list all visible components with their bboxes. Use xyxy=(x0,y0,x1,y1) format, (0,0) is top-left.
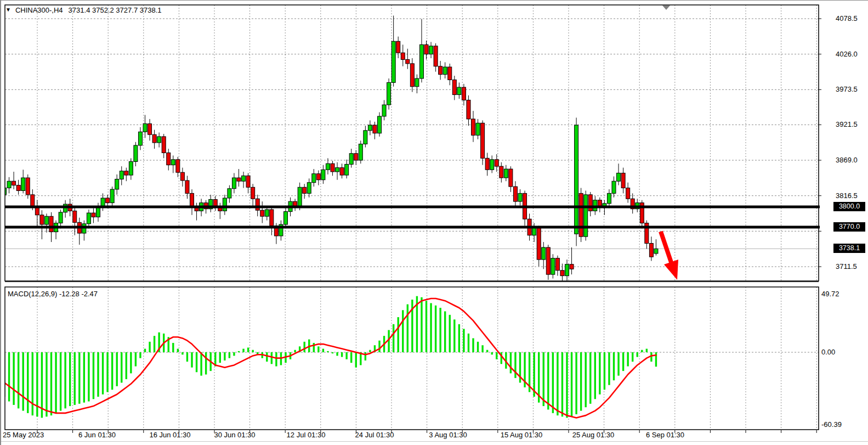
bear-candle xyxy=(16,185,20,191)
bull-candle xyxy=(298,187,302,207)
bull-candle xyxy=(21,178,25,190)
macd-histogram-bar xyxy=(402,310,404,352)
macd-histogram-bar xyxy=(64,352,66,408)
macd-axis-label: 49.72 xyxy=(821,290,839,298)
macd-histogram-bar xyxy=(233,352,235,356)
macd-histogram-bar xyxy=(407,305,409,352)
macd-histogram-bar xyxy=(294,350,296,352)
horizontal-level-line[interactable] xyxy=(5,206,820,209)
bear-candle xyxy=(246,176,250,187)
chart-shift-marker-icon[interactable] xyxy=(662,5,670,10)
bear-candle xyxy=(340,168,344,176)
macd-histogram-bar xyxy=(224,352,225,360)
price-axis-label: 3869.0 xyxy=(836,156,858,164)
chart-canvas[interactable] xyxy=(1,1,868,445)
triangle-down-icon[interactable]: ▼ xyxy=(5,6,11,14)
bear-candle xyxy=(513,187,517,201)
red-arrow-head[interactable] xyxy=(664,260,678,280)
bull-candle xyxy=(110,189,114,203)
macd-histogram-bar xyxy=(365,352,366,360)
candlestick-series[interactable] xyxy=(3,15,658,282)
macd-histogram-bar xyxy=(421,297,422,352)
macd-histogram-bar xyxy=(599,352,600,395)
bull-candle xyxy=(476,123,480,135)
macd-histogram-bar xyxy=(332,352,333,353)
bear-candle xyxy=(31,195,35,206)
horizontal-level-line[interactable] xyxy=(5,226,820,228)
bear-candle xyxy=(570,264,574,269)
bear-candle xyxy=(354,154,358,160)
macd-histogram-bar xyxy=(191,352,192,368)
macd-histogram-bar xyxy=(186,352,188,362)
macd-histogram-bar xyxy=(655,352,657,367)
bear-candle xyxy=(49,216,53,232)
macd-histogram-bar xyxy=(637,352,638,357)
macd-histogram-bar xyxy=(32,352,33,415)
macd-histogram-bar xyxy=(144,349,146,352)
bear-candle xyxy=(621,173,625,188)
macd-histogram-bar xyxy=(477,342,479,352)
bear-candle xyxy=(213,199,217,206)
bear-candle xyxy=(176,160,180,172)
bear-candle xyxy=(481,123,485,158)
trading-chart-window: ▼ CHINA300-,H4 3731.4 3752.2 3727.7 3738… xyxy=(0,0,868,445)
time-axis-label: 25 Aug 01:30 xyxy=(572,431,615,439)
bull-candle xyxy=(575,125,578,234)
macd-axis-label: 0.00 xyxy=(821,348,835,356)
macd-histogram-bar xyxy=(121,352,122,382)
macd-histogram-bar xyxy=(449,315,451,352)
red-arrow-shaft[interactable] xyxy=(661,232,671,262)
bull-candle xyxy=(490,160,494,170)
macd-histogram-bar xyxy=(566,352,568,418)
time-axis-label: 25 May 2023 xyxy=(3,431,44,439)
macd-histogram-bar xyxy=(22,352,24,411)
bull-candle xyxy=(242,176,246,181)
macd-histogram-bar xyxy=(632,352,633,362)
bull-candle xyxy=(326,164,330,170)
ohlc-values: 3731.4 3752.2 3727.7 3738.1 xyxy=(69,6,162,14)
macd-histogram xyxy=(3,296,657,418)
macd-histogram-bar xyxy=(238,351,240,352)
macd-histogram-bar xyxy=(627,352,628,367)
bear-candle xyxy=(410,64,414,87)
price-badge-3800.0: 3800.0 xyxy=(833,202,865,211)
bull-candle xyxy=(171,160,175,165)
macd-histogram-bar xyxy=(102,352,104,395)
macd-histogram-bar xyxy=(622,352,624,371)
macd-histogram-bar xyxy=(486,350,488,352)
macd-histogram-bar xyxy=(552,352,554,413)
macd-histogram-bar xyxy=(557,352,558,415)
macd-histogram-bar xyxy=(444,311,446,352)
macd-histogram-bar xyxy=(327,351,328,352)
bear-candle xyxy=(396,41,400,53)
macd-histogram-bar xyxy=(135,352,137,367)
bull-candle xyxy=(382,105,386,116)
bull-candle xyxy=(617,173,621,181)
macd-histogram-bar xyxy=(575,352,577,414)
price-badge-3770.0: 3770.0 xyxy=(833,222,865,232)
bull-candle xyxy=(157,137,161,143)
bear-candle xyxy=(500,166,503,178)
bear-candle xyxy=(537,227,541,260)
bull-candle xyxy=(368,125,372,131)
bear-candle xyxy=(106,198,110,203)
bull-candle xyxy=(336,168,339,172)
bull-candle xyxy=(134,145,138,162)
macd-histogram-bar xyxy=(27,352,29,413)
macd-histogram-bar xyxy=(580,352,582,411)
bull-candle xyxy=(3,188,7,195)
bear-candle xyxy=(303,187,307,193)
macd-histogram-bar xyxy=(430,303,432,352)
bull-candle xyxy=(284,212,288,224)
macd-histogram-bar xyxy=(93,352,94,399)
bull-candle xyxy=(321,170,325,179)
bear-candle xyxy=(73,211,77,222)
price-axis-label: 3973.5 xyxy=(836,86,858,93)
price-badge-3738.1: 3738.1 xyxy=(833,244,865,253)
price-axis-label: 3921.5 xyxy=(836,121,858,128)
macd-histogram-bar xyxy=(496,352,497,359)
time-axis-label: 3 Aug 01:30 xyxy=(429,431,467,439)
macd-histogram-bar xyxy=(594,352,596,399)
bear-candle xyxy=(180,172,184,181)
bear-candle xyxy=(185,181,189,193)
